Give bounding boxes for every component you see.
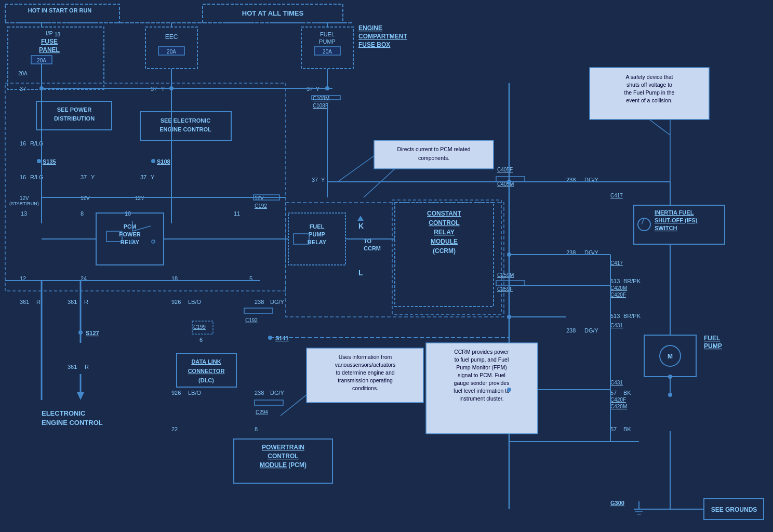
to-ccrm-label2: CCRM xyxy=(364,245,381,251)
safety-annotation-3: the Fuel Pump in the xyxy=(624,89,675,96)
svg-point-18 xyxy=(151,159,155,163)
pcm-box-label: POWERTRAIN xyxy=(262,444,304,451)
directs-current-1: Directs current to PCM related xyxy=(397,146,470,152)
c420m-top-label: C420M xyxy=(610,285,627,291)
fuse-20a-1: 20A xyxy=(37,58,46,63)
wire-513-1: 513 xyxy=(610,278,620,284)
c420m-bot-label: C420M xyxy=(610,404,627,409)
engine-fuse-box-label2: COMPARTMENT xyxy=(358,33,407,40)
12v-label-3: 12V xyxy=(135,195,144,201)
wire-238-1: 238 xyxy=(255,299,264,305)
uses-info-5: conditions. xyxy=(352,385,378,391)
wire-y-3: Y xyxy=(91,174,95,180)
uses-info-2: varioussensors/actuators xyxy=(335,362,396,368)
wire-y-4: Y xyxy=(151,174,155,180)
c199-label: C199 xyxy=(193,324,206,330)
fuel-pump-relay-label3: RELAY xyxy=(308,239,327,245)
pin-6: 6 xyxy=(199,337,203,343)
c108f-label: C108F xyxy=(313,103,328,109)
engine-fuse-box-label: ENGINE xyxy=(358,24,382,32)
wire-brpk-1: BR/PK xyxy=(623,278,641,284)
c417-bot-label: C417 xyxy=(610,260,623,266)
pcm-power-relay-label3: RELAY xyxy=(121,239,140,245)
pin-22: 22 xyxy=(171,426,178,432)
svg-point-97 xyxy=(507,180,511,184)
hot-start-run-label: HOT IN START OR RUN xyxy=(28,7,92,14)
ccrm-info-6: fuel level information to xyxy=(454,388,510,394)
wire-37-4: 37 xyxy=(140,174,146,180)
svg-point-100 xyxy=(507,388,511,392)
l-label: L xyxy=(358,269,363,277)
c431-bot-label: C431 xyxy=(610,380,623,385)
fuse-panel-label2: PANEL xyxy=(39,46,60,54)
uses-info-3: to determine engine and xyxy=(336,369,394,376)
wire-238-2: 238 xyxy=(255,390,264,396)
ccrm-label1: CONSTANT xyxy=(427,210,461,217)
ip-label: I/P xyxy=(46,30,52,36)
pcm-box-label3: MODULE (PCM) xyxy=(260,461,306,469)
svg-point-98 xyxy=(507,252,511,257)
s127-label: S127 xyxy=(86,330,99,336)
svg-point-17 xyxy=(37,159,41,163)
ccrm-info-4: signal to PCM. Fuel xyxy=(458,372,505,378)
svg-point-101 xyxy=(668,375,672,379)
ccrm-info-5: gauge sender provides xyxy=(454,380,510,386)
s108-label: S108 xyxy=(157,158,170,165)
pcm-power-relay-label: PCM xyxy=(124,223,136,230)
c405f-label: C405F xyxy=(497,167,513,172)
wire-bk-1: BK xyxy=(623,390,631,396)
wire-r-3: R xyxy=(85,364,89,370)
k-label: K xyxy=(358,222,364,230)
fuse-20a-label: 20A xyxy=(18,71,28,76)
wire-37-left: 37 xyxy=(20,86,26,92)
wire-361-1: 361 xyxy=(20,299,29,305)
fuel-pump-relay-label2: PUMP xyxy=(309,231,325,237)
wire-r-2: R xyxy=(84,299,88,305)
wire-brpk-2: BR/PK xyxy=(623,313,641,319)
svg-point-94 xyxy=(325,86,329,90)
fuel-pump-fuse-label2: PUMP xyxy=(319,38,336,45)
g300-label: G300 xyxy=(610,500,624,506)
dlc-label: DATA LINK xyxy=(191,358,221,365)
fuse-20a-2: 20A xyxy=(167,49,176,55)
wire-513-2: 513 xyxy=(610,313,620,319)
wire-926-2: 926 xyxy=(171,390,181,396)
svg-point-102 xyxy=(668,393,672,397)
c192-label: C192 xyxy=(255,203,267,209)
hot-at-all-times-label: HOT AT ALL TIMES xyxy=(242,9,304,17)
engine-fuse-box-label3: FUSE BOX xyxy=(358,41,390,48)
inertia-switch-label3: SWITCH xyxy=(655,225,677,231)
uses-info-4: transmission operating xyxy=(338,377,393,383)
ccrm-label5: (CCRM) xyxy=(433,247,456,255)
fuse-panel-label: FUSE xyxy=(41,38,58,45)
see-power-dist-label: SEE POWER xyxy=(57,107,92,113)
wire-y-main: Y xyxy=(321,177,325,183)
svg-point-95 xyxy=(169,86,174,90)
ccrm-info-1: CCRM provides power xyxy=(454,349,509,355)
elec-eng-ctrl-label: ELECTRONIC xyxy=(42,409,86,417)
safety-annotation-2: shuts off voltage to xyxy=(627,82,672,88)
wire-57-1: 57 xyxy=(610,390,617,396)
c431-top-label: C431 xyxy=(610,323,623,328)
uses-info-1: Uses information from xyxy=(339,354,392,360)
c108m-label: C108M xyxy=(313,96,329,101)
fuse-18: 18 xyxy=(55,32,61,37)
c420f-bot-label: C420F xyxy=(610,397,626,403)
see-power-dist-label2: DISTRIBUTION xyxy=(54,115,95,122)
wire-dgy-1: DG/Y xyxy=(270,299,285,305)
wire-lbo-1: LB/O xyxy=(188,299,202,305)
fuel-pump-fuse-label: FUEL xyxy=(320,31,335,37)
wire-16-1: 16 xyxy=(20,140,26,147)
c259m-label: C259M xyxy=(497,272,514,278)
svg-point-96 xyxy=(39,86,44,90)
c192-2-label: C192 xyxy=(245,317,258,323)
s135-label: S135 xyxy=(43,158,56,165)
wire-bk-2: BK xyxy=(623,426,631,432)
wire-lbo-2: LB/O xyxy=(188,390,202,396)
c420f-top-label: C420F xyxy=(610,292,626,298)
ccrm-label3: RELAY xyxy=(434,229,455,236)
safety-annotation-4: event of a collision. xyxy=(626,97,672,103)
ccrm-info-7: instrument cluster. xyxy=(459,395,503,402)
fuel-pump-motor-m: M xyxy=(668,353,673,360)
pin-13: 13 xyxy=(21,210,27,217)
